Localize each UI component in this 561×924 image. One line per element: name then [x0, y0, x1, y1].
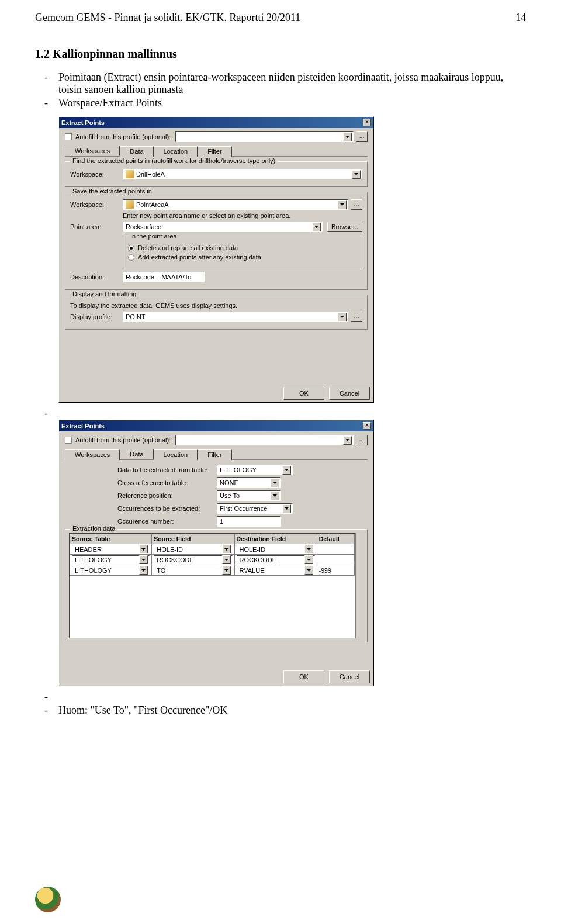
tab-filter[interactable]: Filter: [198, 449, 231, 460]
autofill-checkbox[interactable]: [65, 437, 72, 444]
crossref-value: NONE: [220, 479, 238, 486]
section-title: 1.2 Kallionpinnan mallinnus: [35, 47, 526, 61]
tab-workspaces[interactable]: Workspaces: [65, 146, 120, 156]
browse-button[interactable]: Browse...: [327, 222, 362, 232]
header-right: 14: [515, 12, 526, 24]
ok-button[interactable]: OK: [283, 387, 324, 400]
th-default: Default: [317, 534, 354, 544]
data-table-value: LITHOLOGY: [220, 466, 257, 473]
radio-add-after[interactable]: [128, 254, 134, 261]
radio-add-after-label: Add extracted points after any existing …: [138, 254, 261, 261]
workspace-find-value: DrillHoleA: [136, 171, 165, 178]
chevron-down-icon: [282, 504, 291, 513]
autofill-label: Autofill from this profile (optional):: [75, 133, 171, 140]
autofill-profile-combo[interactable]: [175, 435, 354, 445]
pointarea-combo[interactable]: Rocksurface: [123, 222, 323, 232]
occurrences-combo[interactable]: First Occurrence: [217, 503, 293, 514]
empty-dash: [58, 691, 526, 703]
extraction-data-group: Source Table Source Field Destination Fi…: [65, 529, 368, 642]
table-row[interactable]: LITHOLOGYTORVALUE-999: [70, 565, 355, 576]
body-list: Poimitaan (Extract) ensin pointarea-work…: [58, 71, 526, 109]
chevron-down-icon: [343, 436, 352, 445]
occurrences-value: First Occurrence: [220, 505, 267, 512]
display-profile-combo[interactable]: POINT: [123, 312, 348, 322]
autofill-more-button[interactable]: ...: [356, 131, 368, 142]
autofill-profile-combo[interactable]: [175, 131, 354, 142]
occnum-label: Occurence number:: [117, 518, 217, 525]
cancel-button[interactable]: Cancel: [329, 387, 370, 400]
workspace-save-label: Workspace:: [70, 201, 123, 208]
cancel-button[interactable]: Cancel: [329, 670, 370, 683]
tab-bar: Workspaces Data Location Filter: [65, 146, 368, 157]
pointarea-value: Rocksurface: [126, 223, 161, 230]
display-profile-label: Display profile:: [70, 313, 123, 320]
table-row[interactable]: LITHOLOGYROCKCODEROCKCODE: [70, 555, 355, 565]
radio-delete-replace-label: Delete and replace all existing data: [138, 244, 238, 251]
footnote: Huom: "Use To", "First Occurence"/OK: [58, 704, 526, 717]
tab-data[interactable]: Data: [120, 449, 153, 459]
th-source-table: Source Table: [70, 534, 152, 544]
tab-bar: Workspaces Data Location Filter: [65, 449, 368, 460]
display-profile-value: POINT: [126, 313, 146, 320]
chevron-down-icon: [312, 223, 321, 231]
th-source-field: Source Field: [152, 534, 234, 544]
autofill-more-button[interactable]: ...: [356, 435, 368, 445]
workspace-find-label: Workspace:: [70, 171, 123, 178]
dash: -: [44, 407, 58, 420]
chevron-down-icon: [352, 170, 361, 179]
dialog-title-text: Extract Points: [61, 423, 105, 430]
gtk-logo-icon: [35, 887, 61, 912]
display-profile-more-button[interactable]: ...: [351, 312, 362, 322]
extraction-data-table[interactable]: Source Table Source Field Destination Fi…: [70, 534, 355, 576]
refposition-label: Reference position:: [117, 492, 217, 499]
extract-points-dialog-2: Extract Points × Autofill from this prof…: [58, 420, 374, 686]
vertical-scrollbar[interactable]: [355, 533, 363, 638]
refposition-combo[interactable]: Use To: [217, 490, 281, 501]
display-formatting-group: To display the extracted data, GEMS uses…: [65, 295, 368, 330]
th-destination-field: Destination Field: [234, 534, 317, 544]
workspace-icon: [126, 170, 134, 178]
pointarea-label: Point area:: [70, 223, 123, 230]
chevron-down-icon: [282, 466, 291, 475]
chevron-down-icon: [343, 133, 352, 141]
extract-points-dialog-1: Extract Points × Autofill from this prof…: [58, 116, 374, 403]
description-label: Description:: [70, 274, 123, 281]
page-header: Gemcom GEMS - Pinnat ja solidit. EK/GTK.…: [35, 12, 526, 24]
tab-data[interactable]: Data: [120, 146, 153, 157]
workspace-icon: [126, 200, 134, 209]
tab-location[interactable]: Location: [154, 146, 198, 157]
close-icon[interactable]: ×: [363, 119, 371, 126]
table-row[interactable]: HEADERHOLE-IDHOLE-ID: [70, 544, 355, 555]
refposition-value: Use To: [220, 492, 240, 499]
data-table-label: Data to be extracted from table:: [117, 466, 217, 473]
pointarea-hint: Enter new point area name or select an e…: [123, 212, 362, 219]
tab-workspaces[interactable]: Workspaces: [65, 449, 120, 460]
save-points-group: Workspace: PointAreaA ... Enter new poin…: [65, 192, 368, 290]
ok-button[interactable]: OK: [283, 670, 324, 683]
tab-filter[interactable]: Filter: [198, 146, 231, 157]
crossref-combo[interactable]: NONE: [217, 477, 281, 488]
body-item-1: Poimitaan (Extract) ensin pointarea-work…: [58, 71, 526, 96]
close-icon[interactable]: ×: [363, 422, 371, 430]
display-hint: To display the extracted data, GEMS uses…: [70, 302, 362, 309]
header-left: Gemcom GEMS - Pinnat ja solidit. EK/GTK.…: [35, 12, 300, 24]
data-table-combo[interactable]: LITHOLOGY: [217, 465, 293, 475]
footnotes: Huom: "Use To", "First Occurence"/OK: [58, 691, 526, 717]
workspace-save-combo[interactable]: PointAreaA: [123, 199, 348, 210]
in-point-area-group: Delete and replace all existing data Add…: [123, 237, 362, 268]
radio-delete-replace[interactable]: [128, 245, 134, 251]
chevron-down-icon: [271, 479, 279, 487]
workspace-find-combo[interactable]: DrillHoleA: [123, 169, 362, 179]
autofill-label: Autofill from this profile (optional):: [75, 437, 171, 444]
occnum-field[interactable]: 1: [217, 516, 281, 527]
occurrences-label: Occurrences to be extracted:: [117, 505, 217, 512]
dialog-title-text: Extract Points: [61, 119, 105, 126]
find-points-group: Workspace: DrillHoleA: [65, 161, 368, 187]
crossref-label: Cross reference to table:: [117, 479, 217, 486]
autofill-checkbox[interactable]: [65, 133, 72, 140]
body-item-2: Worspace/Extract Points: [58, 97, 526, 109]
chevron-down-icon: [338, 313, 347, 321]
workspace-save-more-button[interactable]: ...: [351, 199, 362, 210]
tab-location[interactable]: Location: [154, 449, 198, 460]
description-field[interactable]: Rockcode = MAATA/To: [123, 272, 205, 282]
